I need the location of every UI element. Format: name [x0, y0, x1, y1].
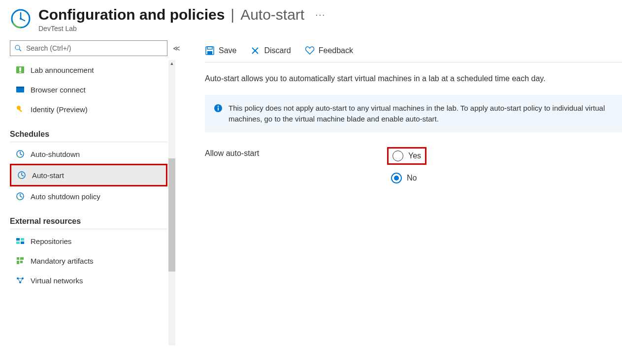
sidebar-item-repositories[interactable]: Repositories: [10, 231, 167, 251]
close-icon: [250, 46, 260, 56]
svg-rect-42: [218, 108, 219, 111]
svg-line-34: [18, 278, 20, 282]
svg-line-18: [22, 175, 24, 176]
svg-rect-22: [16, 238, 20, 241]
sidebar-item-lab-announcement[interactable]: Lab announcement: [10, 60, 167, 80]
svg-rect-23: [21, 238, 24, 241]
sidebar-item-label: Browser connect: [31, 86, 86, 94]
search-input[interactable]: [26, 44, 163, 52]
radio-label: Yes: [408, 152, 421, 160]
scroll-up-icon[interactable]: ▲: [168, 60, 175, 67]
feedback-button[interactable]: Feedback: [305, 46, 353, 56]
artifacts-icon: [16, 256, 25, 265]
heart-icon: [305, 46, 315, 56]
sidebar-item-label: Auto-start: [32, 171, 64, 180]
svg-rect-29: [20, 261, 23, 263]
sidebar-item-label: Identity (Preview): [31, 105, 88, 114]
title-separator: |: [230, 6, 234, 23]
svg-rect-12: [19, 109, 22, 112]
svg-rect-26: [17, 257, 19, 260]
section-divider: [10, 229, 167, 229]
svg-rect-28: [20, 257, 24, 260]
network-icon: [16, 276, 25, 285]
page-title: Configuration and policies: [38, 6, 225, 24]
sidebar-item-label: Auto-shutdown: [31, 150, 80, 158]
section-label-external: External resources: [10, 217, 167, 226]
sidebar-item-label: Auto shutdown policy: [31, 192, 100, 201]
discard-button[interactable]: Discard: [250, 46, 291, 56]
sidebar-item-auto-start[interactable]: Auto-start: [11, 165, 166, 185]
sidebar-item-label: Virtual networks: [31, 276, 83, 285]
description-text: Auto-start allows you to automatically s…: [205, 74, 622, 83]
svg-line-5: [19, 49, 21, 51]
clock-icon: [16, 150, 25, 158]
svg-point-43: [218, 106, 219, 107]
svg-rect-27: [17, 261, 19, 264]
sidebar-item-mandatory-artifacts[interactable]: Mandatory artifacts: [10, 251, 167, 271]
radio-label: No: [407, 174, 417, 182]
page-subtitle: Auto-start: [240, 6, 304, 24]
svg-line-35: [20, 278, 23, 282]
svg-rect-24: [16, 242, 20, 244]
sidebar-item-label: Repositories: [31, 237, 71, 245]
toolbar-divider: [205, 62, 622, 62]
command-bar: Save Discard Feedback: [205, 40, 622, 61]
info-icon: [214, 104, 223, 113]
scrollbar[interactable]: ▲: [168, 60, 175, 345]
scrollbar-thumb[interactable]: [168, 158, 175, 272]
save-button[interactable]: Save: [205, 46, 236, 56]
sidebar-item-label: Mandatory artifacts: [31, 257, 94, 265]
svg-rect-38: [207, 51, 212, 55]
sidebar-item-auto-shutdown[interactable]: Auto-shutdown: [10, 144, 167, 164]
page-header: Configuration and policies | Auto-start …: [0, 0, 622, 36]
svg-point-4: [15, 45, 20, 50]
discard-label: Discard: [264, 46, 291, 55]
sidebar-item-browser-connect[interactable]: Browser connect: [10, 80, 167, 99]
svg-rect-37: [207, 47, 212, 49]
svg-point-3: [20, 18, 22, 20]
clock-icon: [16, 192, 25, 201]
svg-rect-10: [16, 87, 24, 88]
radio-circle-icon: [393, 151, 403, 161]
search-input-container[interactable]: [10, 40, 167, 56]
highlight-marker: Auto-start: [10, 164, 167, 186]
highlight-marker: Yes: [387, 147, 426, 165]
radio-dot-icon: [394, 176, 399, 181]
breadcrumb: DevTest Lab: [38, 25, 326, 32]
allow-auto-start-radio-group: Yes No: [387, 147, 426, 185]
section-divider: [10, 142, 167, 142]
feedback-label: Feedback: [319, 46, 353, 55]
svg-line-15: [20, 154, 22, 155]
clock-icon: [17, 171, 26, 180]
info-text: This policy does not apply auto-start to…: [229, 103, 613, 124]
sidebar-item-label: Lab announcement: [31, 66, 94, 74]
info-banner: This policy does not apply auto-start to…: [205, 95, 622, 132]
announcement-icon: [16, 65, 25, 74]
save-label: Save: [219, 46, 236, 55]
svg-rect-7: [19, 67, 21, 71]
repositories-icon: [16, 237, 25, 245]
sidebar-item-auto-shutdown-policy[interactable]: Auto shutdown policy: [10, 186, 167, 206]
radio-option-yes[interactable]: Yes: [389, 149, 425, 163]
allow-auto-start-label: Allow auto-start: [205, 147, 387, 158]
clock-resource-icon: [10, 8, 32, 30]
search-icon: [14, 44, 22, 52]
section-label-schedules: Schedules: [10, 130, 167, 139]
sidebar-item-identity[interactable]: Identity (Preview): [10, 99, 167, 119]
radio-circle-checked-icon: [391, 173, 402, 183]
more-actions-button[interactable]: ···: [315, 10, 326, 20]
collapse-sidebar-button[interactable]: ≪: [173, 44, 180, 52]
sidebar-item-virtual-networks[interactable]: Virtual networks: [10, 271, 167, 290]
key-icon: [16, 105, 25, 114]
browser-icon: [16, 85, 25, 94]
radio-option-no[interactable]: No: [387, 171, 426, 185]
svg-rect-8: [19, 72, 21, 73]
svg-line-21: [20, 196, 22, 197]
svg-rect-25: [21, 242, 24, 244]
save-icon: [205, 46, 215, 56]
